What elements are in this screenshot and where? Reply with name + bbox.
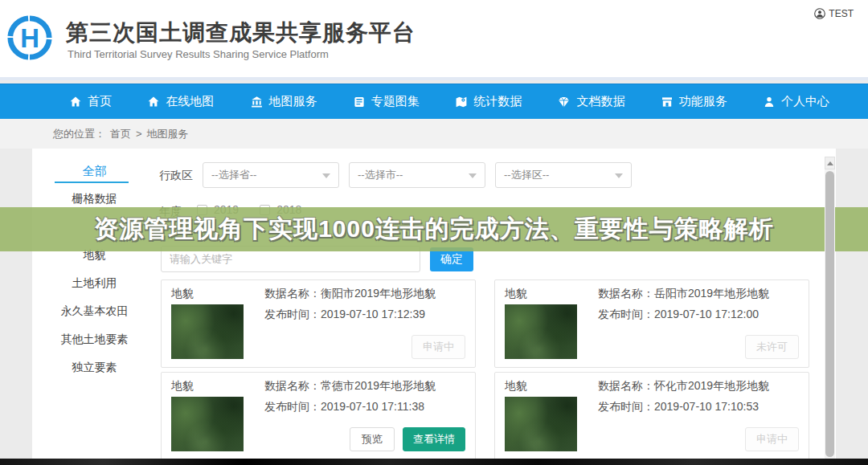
province-select-value: --选择省--	[211, 168, 256, 182]
sidebar-item-other-elements[interactable]: 其他土地要素	[32, 325, 157, 353]
card-category: 地貌	[505, 287, 527, 301]
status-unlicensed-button: 未许可	[745, 335, 799, 359]
sidebar-item-land-use[interactable]: 土地利用	[32, 269, 157, 297]
nav-item-online-map[interactable]: 在线地图	[147, 94, 214, 109]
city-select-value: --选择市--	[358, 168, 403, 182]
breadcrumb: 您的位置： 首页 > 地图服务	[0, 119, 868, 149]
card-name-label: 数据名称：	[598, 379, 654, 392]
map-thumbnail	[505, 397, 577, 451]
card-time-value: 2019-07-10 17:10:53	[654, 400, 759, 413]
category-sidebar: 全部 栅格数据 地貌 土地利用 永久基本农田 其他土地要素 独立要素	[32, 157, 157, 381]
nav-label: 在线地图	[166, 94, 214, 109]
bottom-edge-strip	[0, 459, 868, 465]
overlay-banner-text: 资源管理视角下实现1000连击的完成方法、重要性与策略解析	[94, 213, 774, 246]
platform-logo-icon: H	[6, 14, 53, 61]
data-card: 地貌 数据名称：怀化市2019年地形地貌 发布时间：2019-07-10 17:…	[494, 372, 809, 460]
nav-item-statistics[interactable]: 统计数据	[455, 94, 522, 109]
home-icon	[69, 96, 82, 108]
sidebar-item-independent[interactable]: 独立要素	[32, 353, 157, 381]
user-account[interactable]: TEST	[814, 8, 854, 19]
card-name-value: 岳阳市2019年地形地貌	[654, 287, 769, 300]
nav-label: 个人中心	[781, 94, 829, 109]
breadcrumb-separator: >	[136, 128, 142, 140]
sidebar-item-farmland[interactable]: 永久基本农田	[32, 297, 157, 325]
nav-label: 首页	[88, 94, 112, 109]
sidebar-item-all[interactable]: 全部	[32, 157, 157, 185]
status-pending-button: 申请中	[411, 335, 465, 359]
main-nav: 首页 在线地图 地图服务 专题图集 统计数据 文档数据 功能服务 个人中心	[0, 84, 868, 119]
card-name-value: 常德市2019年地形地貌	[321, 379, 436, 392]
chevron-down-icon	[615, 173, 623, 178]
user-center-icon	[763, 96, 776, 108]
main-panel: 全部 栅格数据 地貌 土地利用 永久基本农田 其他土地要素 独立要素 行政区 -…	[32, 149, 836, 465]
status-pending-button: 申请中	[745, 427, 799, 451]
card-time-value: 2019-07-10 17:12:39	[321, 308, 425, 320]
nav-item-atlas[interactable]: 专题图集	[353, 94, 420, 109]
nav-item-services[interactable]: 功能服务	[661, 94, 727, 109]
nav-item-user-center[interactable]: 个人中心	[763, 94, 829, 109]
page-title: 第三次国土调查成果共享服务平台	[66, 18, 416, 48]
nav-label: 文档数据	[576, 94, 624, 109]
map-thumbnail	[505, 304, 577, 359]
district-select-value: --选择区--	[504, 168, 549, 182]
card-time-label: 发布时间：	[598, 308, 654, 320]
nav-item-map-service[interactable]: 地图服务	[250, 94, 317, 109]
card-time-value: 2019-07-10 17:12:00	[654, 308, 759, 320]
card-name-label: 数据名称：	[598, 287, 654, 300]
city-select[interactable]: --选择市--	[349, 162, 485, 188]
scroll-up-button[interactable]	[825, 157, 835, 169]
card-time-value: 2019-07-10 17:11:38	[321, 400, 424, 413]
region-filter-label: 行政区	[159, 169, 193, 183]
nav-label: 专题图集	[371, 94, 420, 109]
online-map-icon	[147, 96, 160, 108]
card-name-value: 怀化市2019年地形地貌	[654, 379, 769, 392]
district-select[interactable]: --选择区--	[495, 162, 632, 188]
card-name-label: 数据名称：	[264, 379, 321, 392]
chevron-down-icon	[469, 173, 477, 178]
map-thumbnail	[171, 304, 244, 359]
card-category: 地貌	[171, 287, 194, 301]
card-time-label: 发布时间：	[598, 400, 654, 413]
map-thumbnail	[171, 397, 244, 451]
nav-label: 统计数据	[473, 94, 522, 109]
nav-label: 功能服务	[679, 94, 727, 109]
card-name-value: 衡阳市2019年地形地貌	[321, 287, 436, 300]
statistics-icon	[455, 96, 468, 108]
function-service-icon	[661, 96, 674, 108]
view-details-button[interactable]: 查看详情	[403, 427, 465, 451]
card-category: 地貌	[171, 379, 194, 394]
page-subtitle: Third Territorial Survey Results Sharing…	[68, 48, 329, 60]
breadcrumb-current: 地图服务	[147, 127, 189, 141]
chevron-down-icon	[322, 173, 330, 178]
user-icon	[814, 8, 825, 19]
card-category: 地貌	[505, 379, 527, 394]
atlas-icon	[353, 96, 366, 108]
province-select[interactable]: --选择省--	[203, 162, 339, 188]
nav-label: 地图服务	[269, 94, 317, 109]
document-icon	[557, 96, 571, 108]
breadcrumb-home-link[interactable]: 首页	[110, 127, 131, 141]
header: H 第三次国土调查成果共享服务平台 Third Territorial Surv…	[0, 0, 868, 80]
data-card: 地貌 数据名称：岳阳市2019年地形地貌 发布时间：2019-07-10 17:…	[494, 279, 809, 368]
nav-item-documents[interactable]: 文档数据	[557, 94, 624, 109]
svg-text:H: H	[20, 23, 39, 53]
preview-button[interactable]: 预览	[350, 427, 395, 451]
breadcrumb-prefix: 您的位置：	[53, 127, 105, 141]
scrollbar-thumb[interactable]	[825, 171, 834, 457]
user-name: TEST	[829, 8, 854, 19]
overlay-banner: 资源管理视角下实现1000连击的完成方法、重要性与策略解析	[0, 207, 868, 251]
data-card: 地貌 数据名称：衡阳市2019年地形地貌 发布时间：2019-07-10 17:…	[161, 279, 476, 368]
scroll-up-icon	[827, 161, 833, 165]
map-service-icon	[250, 96, 264, 108]
scrollbar	[825, 157, 835, 465]
nav-item-home[interactable]: 首页	[69, 94, 112, 109]
card-name-label: 数据名称：	[264, 287, 321, 300]
card-time-label: 发布时间：	[264, 308, 321, 320]
data-card: 地貌 数据名称：常德市2019年地形地貌 发布时间：2019-07-10 17:…	[161, 372, 476, 460]
card-time-label: 发布时间：	[264, 400, 321, 413]
app-root: H 第三次国土调查成果共享服务平台 Third Territorial Surv…	[0, 0, 868, 465]
